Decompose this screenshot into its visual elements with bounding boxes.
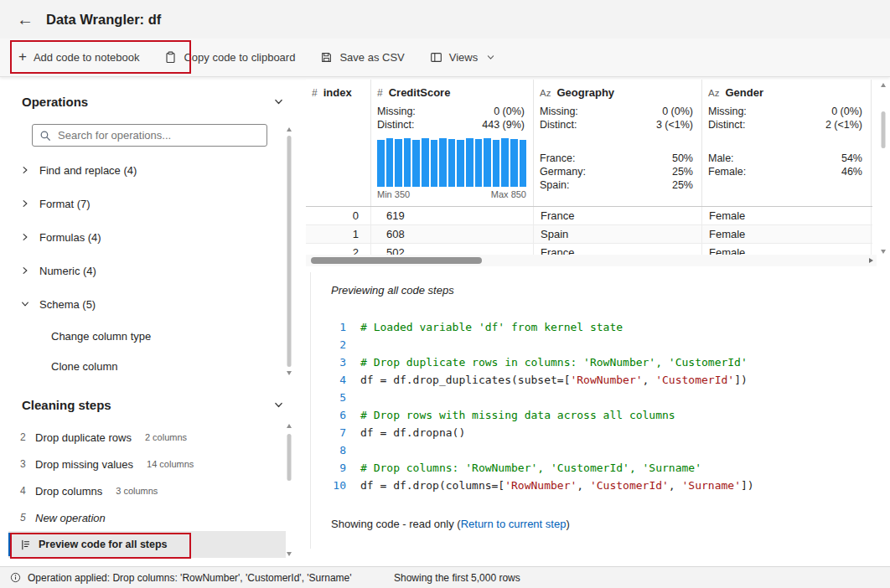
operations-scrollbar[interactable] xyxy=(284,127,294,375)
table-cell: 619 xyxy=(371,207,534,224)
operation-group[interactable]: Numeric (4) xyxy=(8,254,296,287)
table-row[interactable]: 1608SpainFemale xyxy=(306,225,872,244)
code-comment-token: # Drop columns: 'RowNumber', 'CustomerId… xyxy=(360,462,701,474)
operations-list: Find and replace (4)Format (7)Formulas (… xyxy=(8,153,296,381)
grid-horizontal-scrollbar[interactable] xyxy=(306,255,877,266)
table-cell: 502 xyxy=(371,244,534,255)
stat-distinct: Distinct:443 (9%) xyxy=(371,118,533,132)
chevron-down-icon[interactable] xyxy=(273,96,284,107)
cleaning-step[interactable]: Preview code for all steps xyxy=(8,531,286,558)
operation-group[interactable]: Schema (5) xyxy=(8,287,296,321)
code-comment-token: # Drop duplicate rows in columns: 'RowNu… xyxy=(360,356,748,369)
preview-code-icon xyxy=(20,539,31,550)
histogram-bar xyxy=(475,139,483,187)
back-button[interactable]: ← xyxy=(17,11,34,28)
scroll-right-arrow[interactable] xyxy=(869,258,873,263)
step-label: Drop columns xyxy=(35,485,102,498)
chevron-down-icon xyxy=(486,53,495,62)
save-csv-button[interactable]: Save as CSV xyxy=(320,51,404,64)
column-name-row: #index xyxy=(306,84,370,103)
column-header-geography[interactable]: AzGeographyMissing:0 (0%)Distinct:3 (<1%… xyxy=(534,80,702,206)
scroll-down-arrow[interactable] xyxy=(881,250,886,254)
column-header-gender[interactable]: AzGenderMissing:0 (0%)Distinct:2 (<1%)Ma… xyxy=(702,80,872,206)
scroll-down-arrow[interactable] xyxy=(287,552,292,556)
line-number: 1 xyxy=(311,318,346,336)
table-cell: 1 xyxy=(306,225,371,243)
operation-group-label: Format (7) xyxy=(39,198,91,210)
stat-label: Missing: xyxy=(377,106,416,117)
code-string-token: 'CustomerId' xyxy=(590,479,669,492)
operation-group[interactable]: Find and replace (4) xyxy=(8,153,296,187)
column-header-index[interactable]: #index xyxy=(306,80,371,206)
table-row[interactable]: 0619FranceFemale xyxy=(306,207,872,225)
titlebar: ← Data Wrangler: df xyxy=(0,0,890,39)
chevron-right-icon xyxy=(20,232,30,242)
scroll-track[interactable] xyxy=(877,90,888,247)
scroll-thumb[interactable] xyxy=(881,111,885,148)
search-input[interactable] xyxy=(58,129,260,142)
code-line: 6# Drop rows with missing data across al… xyxy=(311,406,877,424)
hscroll-thumb[interactable] xyxy=(311,257,482,264)
table-cell: Spain xyxy=(534,225,702,243)
code-line: 2 xyxy=(311,336,877,353)
operations-title: Operations xyxy=(22,95,88,109)
cleaning-step[interactable]: 5New operation xyxy=(8,504,286,531)
cleaning-step[interactable]: 4Drop columns3 columns xyxy=(8,477,286,504)
status-bar: Operation applied: Drop columns: 'RowNum… xyxy=(0,566,890,588)
operation-group[interactable]: Formulas (4) xyxy=(8,220,296,254)
scroll-thumb[interactable] xyxy=(287,136,292,367)
operation-group-label: Numeric (4) xyxy=(39,265,96,277)
cleaning-step[interactable]: 3Drop missing values14 columns xyxy=(8,451,286,477)
scroll-track[interactable] xyxy=(284,431,294,549)
code-preview-note: Previewing all code steps xyxy=(331,284,877,297)
column-stats: Missing:0 (0%)Distinct:3 (<1%) xyxy=(534,105,701,132)
step-detail: 3 columns xyxy=(116,486,158,496)
code-footer: Showing code - read only (Return to curr… xyxy=(331,518,570,530)
stat-label: Missing: xyxy=(708,106,747,117)
column-name: CreditScore xyxy=(389,86,451,99)
column-stats: Missing:0 (0%)Distinct:2 (<1%) xyxy=(702,105,871,132)
stat-value: 0 (0%) xyxy=(831,106,862,117)
scroll-up-arrow[interactable] xyxy=(287,127,292,132)
plus-icon: + xyxy=(18,49,27,64)
code-line: 5 xyxy=(311,389,877,406)
histogram-bar xyxy=(466,138,473,187)
step-detail: 14 columns xyxy=(147,459,194,469)
cleaning-steps-scrollbar[interactable] xyxy=(284,424,294,556)
histogram-bar xyxy=(520,140,527,187)
scroll-up-arrow[interactable] xyxy=(287,424,292,428)
grid-vertical-scrollbar[interactable] xyxy=(877,80,888,254)
scroll-down-arrow[interactable] xyxy=(287,371,292,375)
operation-item[interactable]: Change column type xyxy=(8,321,296,351)
cleaning-step[interactable]: 2Drop duplicate rows2 columns xyxy=(8,424,286,451)
operations-panel-header[interactable]: Operations xyxy=(8,84,296,118)
category-label: Male: xyxy=(708,152,734,164)
code-editor[interactable]: 1# Loaded variable 'df' from kernel stat… xyxy=(311,318,877,494)
histogram-min-label: Min 350 xyxy=(377,189,410,199)
table-row[interactable]: 2502FranceFemale xyxy=(306,244,872,255)
add-code-label: Add code to notebook xyxy=(34,51,140,64)
step-label: Drop duplicate rows xyxy=(35,431,132,444)
table-cell: Female xyxy=(702,225,872,243)
cleaning-steps-panel-header[interactable]: Cleaning steps xyxy=(8,387,296,421)
operation-group[interactable]: Format (7) xyxy=(8,187,296,220)
column-name-row: AzGeography xyxy=(534,84,701,103)
return-to-current-step-link[interactable]: Return to current step xyxy=(461,518,567,530)
scroll-thumb[interactable] xyxy=(287,434,292,481)
histogram-bar xyxy=(457,140,464,187)
line-number: 6 xyxy=(311,406,346,424)
scroll-track[interactable] xyxy=(284,134,294,369)
copy-code-button[interactable]: Copy code to clipboard xyxy=(164,51,295,64)
column-header-creditscore[interactable]: #CreditScoreMissing:0 (0%)Distinct:443 (… xyxy=(371,80,534,206)
scroll-up-arrow[interactable] xyxy=(881,83,886,87)
code-code-token: ]) xyxy=(734,374,748,386)
stat-value: 443 (9%) xyxy=(482,119,525,131)
add-code-button[interactable]: + Add code to notebook xyxy=(18,51,139,64)
histogram-max-label: Max 850 xyxy=(491,189,526,199)
stat-missing: Missing:0 (0%) xyxy=(371,105,533,118)
toolbar: + Add code to notebook Copy code to clip… xyxy=(0,39,890,77)
operation-item[interactable]: Clone column xyxy=(8,351,296,381)
views-dropdown[interactable]: Views xyxy=(430,51,495,64)
code-code-token: ]) xyxy=(741,479,754,492)
chevron-down-icon[interactable] xyxy=(273,400,284,410)
